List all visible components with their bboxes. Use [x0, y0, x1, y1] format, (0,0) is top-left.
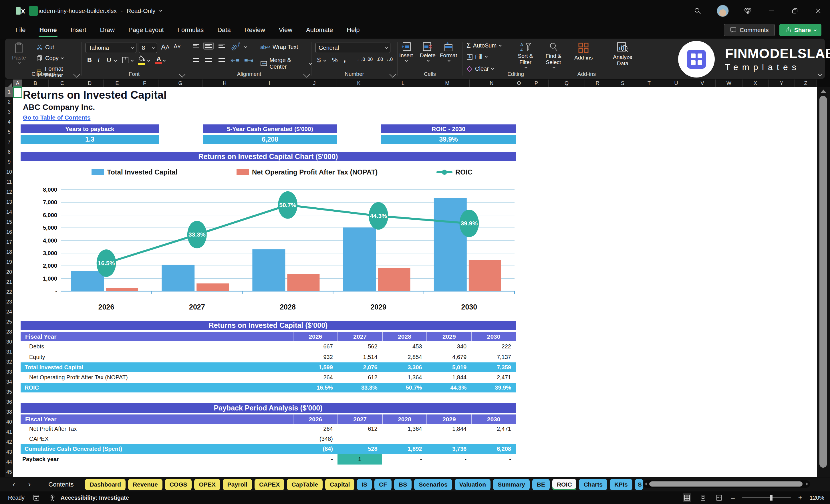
format-cells-button[interactable]: Format — [440, 39, 457, 62]
vertical-scrollbar[interactable] — [817, 87, 830, 477]
column-header-F[interactable]: F — [131, 80, 158, 87]
sort-filter-button[interactable]: AZ Sort & Filter — [512, 39, 539, 69]
row-header-8[interactable]: 8 — [5, 147, 13, 157]
sheet-tab-contents[interactable]: Contents — [48, 481, 73, 488]
clear-dropdown-icon[interactable] — [491, 67, 494, 70]
fill-color-dropdown-icon[interactable] — [147, 59, 150, 62]
select-all-corner[interactable] — [5, 80, 13, 87]
row-header-45[interactable]: 45 — [5, 467, 13, 477]
row-header-36[interactable]: 36 — [5, 397, 13, 407]
prev-sheet-icon[interactable]: ‹ — [12, 480, 15, 489]
find-select-dropdown-icon[interactable] — [552, 66, 555, 69]
column-header-O[interactable]: O — [514, 80, 524, 87]
row-header-25[interactable]: 25 — [5, 317, 13, 327]
close-button[interactable] — [814, 7, 823, 15]
row-header-18[interactable]: 18 — [5, 247, 13, 257]
sheet-tab-valuation[interactable]: Valuation — [455, 479, 490, 490]
row-header-41[interactable]: 41 — [5, 427, 13, 437]
column-header-T[interactable]: T — [635, 80, 663, 87]
sheet-tab-scenarios[interactable]: Scenarios — [414, 479, 452, 490]
share-button[interactable]: Share — [779, 24, 822, 36]
sheet-tab-capital[interactable]: Capital — [325, 479, 354, 490]
sheet-tab-captable[interactable]: CapTable — [287, 479, 323, 490]
row-header-7[interactable]: 7 — [5, 137, 13, 147]
row-header-43[interactable]: 43 — [5, 447, 13, 457]
menu-tab-page-layout[interactable]: Page Layout — [123, 24, 169, 37]
number-format-select[interactable]: General — [316, 43, 390, 53]
fill-dropdown-icon[interactable] — [485, 55, 488, 58]
row-header-21[interactable]: 21 — [5, 277, 13, 287]
align-bottom-icon[interactable] — [217, 42, 226, 50]
menu-tab-formulas[interactable]: Formulas — [172, 24, 210, 37]
copy-button[interactable]: Copy — [36, 55, 63, 62]
fill-color-icon[interactable] — [138, 55, 146, 65]
row-header-5[interactable]: 5 — [5, 127, 13, 137]
column-header-P[interactable]: P — [524, 80, 549, 87]
premium-diamond-icon[interactable] — [744, 7, 752, 15]
column-header-G[interactable]: G — [158, 80, 202, 87]
search-icon[interactable] — [693, 7, 702, 15]
minimize-button[interactable] — [767, 7, 776, 15]
column-header-U[interactable]: U — [663, 80, 689, 87]
sheet-tab-kpis[interactable]: KPIs — [610, 479, 632, 490]
menu-tab-review[interactable]: Review — [239, 24, 271, 37]
horizontal-scroll-thumb[interactable] — [649, 481, 802, 486]
column-header-B[interactable]: B — [22, 80, 49, 87]
sheet-tab-payroll[interactable]: Payroll — [223, 479, 252, 490]
addins-button[interactable]: Add-ins — [574, 39, 593, 61]
zoom-slider-thumb[interactable] — [770, 495, 772, 501]
scroll-right-icon[interactable] — [806, 482, 808, 486]
column-header-R[interactable]: R — [585, 80, 610, 87]
increase-indent-icon[interactable]: ≡⇥ — [244, 57, 253, 64]
wrap-text-button[interactable]: ab↩ Wrap Text — [260, 44, 298, 50]
column-header-K[interactable]: K — [337, 80, 381, 87]
restore-button[interactable] — [791, 7, 799, 15]
increase-decimal-icon[interactable]: ←.0 .00 — [357, 57, 373, 62]
row-header-2[interactable]: 2 — [5, 97, 13, 107]
row-header-9[interactable]: 9 — [5, 157, 13, 167]
user-avatar[interactable] — [717, 5, 729, 17]
row-header-13[interactable]: 13 — [5, 197, 13, 207]
page-break-view-icon[interactable] — [715, 494, 723, 502]
column-header-X[interactable]: X — [742, 80, 768, 87]
column-header-S[interactable]: S — [610, 80, 635, 87]
sheet-tab-opex[interactable]: OPEX — [194, 479, 220, 490]
comments-button[interactable]: Comments — [724, 24, 775, 36]
row-header-16[interactable]: 16 — [5, 227, 13, 237]
row-header-3[interactable]: 3 — [5, 107, 13, 117]
scroll-up-icon[interactable] — [821, 90, 826, 93]
row-header-19[interactable]: 19 — [5, 257, 13, 267]
row-header-31[interactable]: 31 — [5, 347, 13, 357]
zoom-out-button[interactable]: – — [731, 494, 734, 502]
bold-button[interactable]: B — [87, 56, 92, 64]
italic-button[interactable]: I — [98, 56, 99, 64]
column-header-W[interactable]: W — [715, 80, 742, 87]
column-header-Z[interactable]: Z — [795, 80, 817, 87]
column-header-Q[interactable]: Q — [549, 80, 585, 87]
menu-tab-home[interactable]: Home — [33, 24, 62, 37]
row-header-44[interactable]: 44 — [5, 457, 13, 467]
column-header-C[interactable]: C — [49, 80, 76, 87]
column-header-I[interactable]: I — [247, 80, 292, 87]
align-center-icon[interactable] — [204, 56, 213, 64]
normal-view-icon[interactable] — [683, 494, 691, 502]
analyze-data-button[interactable]: Analyze Data — [609, 39, 636, 67]
sheet-tab-revenue[interactable]: Revenue — [128, 479, 162, 490]
sheet-tab-summary[interactable]: Summary — [493, 479, 530, 490]
horizontal-scrollbar[interactable] — [643, 480, 810, 488]
column-header-J[interactable]: J — [292, 80, 337, 87]
row-header-34[interactable]: 34 — [5, 377, 13, 387]
autosum-button[interactable]: Σ AutoSum — [467, 41, 501, 50]
zoom-level[interactable]: 120% — [810, 495, 824, 501]
sheet-tab-bs[interactable]: BS — [394, 479, 412, 490]
row-header-42[interactable]: 42 — [5, 437, 13, 447]
row-header-28[interactable]: 28 — [5, 327, 13, 337]
row-header-11[interactable]: 11 — [5, 177, 13, 187]
row-header-30[interactable]: 30 — [5, 337, 13, 347]
currency-format-icon[interactable]: $ — [317, 56, 321, 64]
row-header-15[interactable]: 15 — [5, 217, 13, 227]
font-color-dropdown-icon[interactable] — [163, 59, 166, 62]
column-header-V[interactable]: V — [689, 80, 715, 87]
format-dropdown-icon[interactable] — [448, 59, 450, 62]
row-header-38[interactable]: 38 — [5, 407, 13, 417]
